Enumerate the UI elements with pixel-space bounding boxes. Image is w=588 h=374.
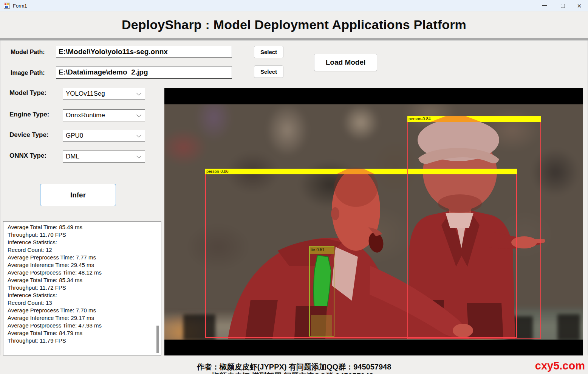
maximize-button[interactable] [554,0,571,11]
log-line: Average Total Time: 84.79 ms [8,329,156,337]
onnx-type-label: ONNX Type: [9,152,46,160]
app-header: DeploySharp : Model Deployment Applicati… [0,11,588,38]
image-path-input[interactable] [56,66,232,79]
log-scrollbar-thumb[interactable] [156,326,159,353]
window-title: Form1 [13,3,27,9]
log-line: Record Count: 12 [8,246,156,254]
image-path-label: Image Path: [11,70,45,76]
bbox-label-person-084: person-0.84 [407,116,541,122]
log-line: Record Count: 13 [8,299,156,307]
device-type-select[interactable]: GPU0 [63,130,145,142]
app-window: Form1 ✕ DeploySharp : Model Deployment A… [0,0,588,374]
onnx-type-select[interactable]: DML [63,151,145,163]
engine-type-label: Engine Type: [9,111,49,118]
engine-type-value: OnnxRuntime [66,112,105,119]
author-credit: 作者：椒颜皮皮虾(JYPPX) 有问题添加QQ群：945057948 [0,362,588,372]
log-line: Average Preprocess Time: 7.70 ms [8,307,156,314]
title-bar: Form1 ✕ [0,0,588,11]
log-line: Throughput: 11.72 FPS [8,284,156,292]
engine-type-select[interactable]: OnnxRuntime [63,109,145,121]
minimize-icon [542,5,547,6]
log-line: Throughput: 11.70 FPS [8,231,156,239]
model-path-input[interactable] [56,46,232,58]
detection-label-text: person-0.86 [206,169,229,174]
watermark: cxy5.com [535,360,585,372]
model-path-label: Model Path: [11,49,45,56]
letterbox-bottom [164,340,583,355]
head-overlap-mask [431,116,481,122]
head-overlap-mask [336,169,375,174]
log-line: Average Total Time: 85.49 ms [8,223,156,231]
cutoff-text-line: 椒颜皮皮虾 模型部署 问题交流QQ群 945057948 [212,372,423,374]
detection-label-text: tie-0.51 [311,247,325,252]
log-line: Average Postprocess Time: 48.12 ms [8,269,156,276]
close-button[interactable]: ✕ [571,0,588,11]
model-path-select-button[interactable]: Select [254,46,283,58]
inference-log[interactable]: Average Total Time: 85.49 ms Throughput:… [3,221,161,355]
log-line: Inference Statistics: [8,292,156,299]
device-type-label: Device Type: [9,131,49,139]
log-line: Average Inference Time: 29.17 ms [8,314,156,322]
log-line: Average Preprocess Time: 7.77 ms [8,254,156,261]
log-line: Average Postprocess Time: 47.93 ms [8,322,156,329]
winforms-app-icon [4,3,10,9]
chevron-down-icon [136,154,141,158]
model-type-select[interactable]: YOLOv11Seg [63,88,145,100]
page-title: DeploySharp : Model Deployment Applicati… [122,17,466,32]
log-line: Average Inference Time: 29.45 ms [8,261,156,269]
log-line: Inference Statistics: [8,239,156,246]
infer-button[interactable]: Infer [40,184,116,206]
result-image-viewer: person-0.86 person-0.84 tie-0.51 [164,88,583,355]
onnx-type-value: DML [66,153,79,160]
model-type-label: Model Type: [9,89,46,97]
chevron-down-icon [136,91,141,96]
detection-label-text: person-0.84 [409,116,431,121]
chevron-down-icon [136,112,141,117]
bbox-tie-051 [309,246,334,337]
chevron-down-icon [136,133,141,138]
close-icon: ✕ [577,3,582,9]
bbox-person-084 [407,116,541,339]
footer: 作者：椒颜皮皮虾(JYPPX) 有问题添加QQ群：945057948 cxy5.… [0,355,588,374]
letterbox-top [164,88,583,104]
minimize-button[interactable] [536,0,553,11]
device-type-value: GPU0 [66,132,83,139]
maximize-icon [561,4,565,8]
header-divider [0,38,588,40]
load-model-button[interactable]: Load Model [314,54,377,71]
bbox-label-tie-051: tie-0.51 [310,247,334,254]
model-type-value: YOLOv11Seg [66,90,105,97]
log-line: Average Total Time: 85.34 ms [8,276,156,284]
log-line: Throughput: 11.79 FPS [8,337,156,345]
image-path-select-button[interactable]: Select [254,65,283,78]
